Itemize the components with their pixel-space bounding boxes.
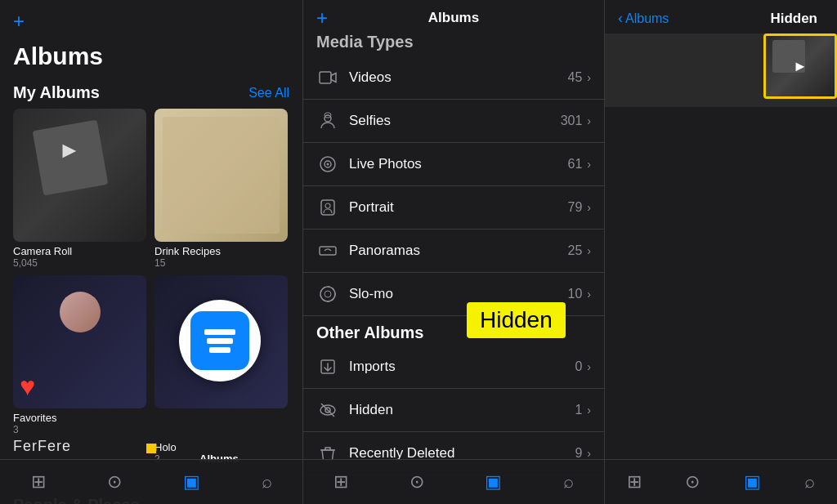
panel-title-middle: Albums — [428, 10, 479, 26]
chevron-live-photos: › — [587, 158, 591, 171]
menu-count-videos: 45 — [568, 70, 583, 85]
video-icon — [316, 66, 339, 89]
svg-point-7 — [325, 203, 330, 208]
album-thumb-favorites — [13, 275, 146, 408]
menu-label-videos: Videos — [349, 69, 568, 86]
chevron-videos: › — [587, 71, 591, 84]
album-item-favorites[interactable]: Favorites 3 — [13, 275, 148, 435]
menu-item-videos[interactable]: Videos 45 › — [303, 56, 604, 100]
album-label-drink-recipes: Drink Recipes — [154, 245, 289, 257]
menu-item-selfies[interactable]: Selfies 301 › — [303, 100, 604, 143]
slomo-icon — [316, 283, 339, 306]
chevron-panoramas: › — [587, 244, 591, 257]
page-title-left: Albums — [0, 39, 302, 78]
hidden-icon — [316, 399, 339, 421]
albums-line-3 — [209, 347, 231, 353]
middle-top-bar: + Albums — [303, 0, 604, 33]
tab-right-foryou[interactable]: ⊙ — [685, 471, 700, 493]
menu-label-slomo: Slo-mo — [349, 286, 568, 302]
album-count-favorites: 3 — [13, 424, 148, 435]
menu-label-live-photos: Live Photos — [349, 156, 568, 172]
tab-icon-library[interactable]: ⊞ — [31, 471, 46, 493]
brand-watermark: FerFere — [13, 438, 71, 455]
album-count-camera-roll: 5,045 — [13, 257, 148, 269]
selfie-icon — [316, 109, 339, 132]
add-button-left[interactable]: + — [13, 10, 25, 33]
menu-count-live-photos: 61 — [568, 157, 583, 172]
albums-line-1 — [204, 329, 235, 335]
menu-label-panoramas: Panoramas — [349, 243, 568, 259]
bottom-tabs-right: ⊞ ⊙ ▣ ⌕ — [605, 459, 837, 504]
portrait-icon — [316, 196, 339, 219]
menu-count-hidden: 1 — [575, 403, 582, 417]
tab-icon-search[interactable]: ⌕ — [262, 471, 272, 493]
back-button[interactable]: ‹ Albums — [618, 10, 669, 27]
my-albums-header: My Albums See All — [0, 78, 302, 109]
menu-label-portrait: Portrait — [349, 199, 568, 216]
tab-right-search[interactable]: ⌕ — [804, 471, 815, 493]
album-thumb-camera-roll — [13, 109, 146, 242]
tab-mid-albums[interactable]: ▣ — [485, 471, 502, 493]
tab-mid-foryou[interactable]: ⊙ — [410, 471, 424, 493]
my-albums-label: My Albums — [13, 83, 100, 102]
svg-point-1 — [325, 115, 331, 122]
menu-item-imports[interactable]: Imports 0 › — [303, 346, 604, 389]
menu-item-portrait[interactable]: Portrait 79 › — [303, 186, 604, 230]
chevron-recently-deleted: › — [587, 447, 591, 460]
menu-item-live-photos[interactable]: Live Photos 61 › — [303, 143, 604, 186]
tab-right-library[interactable]: ⊞ — [627, 471, 642, 493]
chevron-slomo: › — [587, 288, 591, 301]
bottom-tabs-middle: ⊞ ⊙ ▣ ⌕ — [303, 459, 604, 504]
menu-count-panoramas: 25 — [568, 243, 583, 258]
menu-count-imports: 0 — [575, 359, 582, 374]
bottom-tabs-left: ⊞ ⊙ ▣ ⌕ — [0, 459, 302, 504]
tab-icon-foryou[interactable]: ⊙ — [107, 471, 122, 493]
chevron-imports: › — [587, 360, 591, 373]
panoramas-icon — [316, 239, 339, 262]
album-item-drink-recipes[interactable]: Drink Recipes 15 — [154, 109, 289, 269]
tab-mid-search[interactable]: ⌕ — [563, 471, 574, 493]
see-all-button[interactable]: See All — [248, 86, 289, 100]
album-item-holo[interactable]: Holo 2 Albums — [154, 275, 289, 435]
featured-photo-border[interactable] — [763, 33, 837, 99]
tab-mid-library[interactable]: ⊞ — [333, 471, 348, 493]
menu-label-hidden: Hidden — [349, 402, 575, 418]
albums-line-2 — [207, 338, 233, 344]
albums-icon — [190, 311, 249, 370]
right-panel: ‹ Albums Hidden ⊞ ⊙ ▣ ⌕ — [605, 0, 837, 504]
svg-rect-6 — [321, 200, 334, 215]
album-item-camera-roll[interactable]: Camera Roll 5,045 — [13, 109, 148, 269]
add-button-middle[interactable]: + — [316, 7, 328, 29]
right-top-bar: ‹ Albums Hidden — [605, 0, 837, 33]
album-label-favorites: Favorites — [13, 412, 148, 424]
media-types-partial: Media Types — [303, 33, 604, 56]
chevron-hidden: › — [587, 404, 591, 417]
menu-item-hidden[interactable]: Hidden 1 › — [303, 389, 604, 432]
right-panel-title: Hidden — [770, 11, 817, 27]
albums-indicator-dot — [146, 444, 156, 453]
featured-photo — [766, 36, 835, 96]
right-photo-area — [605, 33, 837, 107]
album-count-drink-recipes: 15 — [154, 257, 289, 269]
album-label-holo: Holo — [154, 441, 177, 453]
back-label: Albums — [625, 11, 669, 26]
album-thumb-drink-recipes — [154, 109, 288, 242]
left-panel: + Albums My Albums See All Camera Roll 5… — [0, 0, 302, 504]
hidden-tooltip: Hidden — [467, 302, 566, 338]
back-chevron-icon: ‹ — [618, 10, 623, 27]
menu-item-panoramas[interactable]: Panoramas 25 › — [303, 230, 604, 273]
albums-fab-overlay — [179, 300, 261, 381]
other-albums-label: Other Albums — [316, 323, 424, 342]
tab-right-albums[interactable]: ▣ — [744, 471, 761, 493]
chevron-selfies: › — [587, 114, 591, 127]
menu-label-selfies: Selfies — [349, 113, 561, 129]
album-label-camera-roll: Camera Roll — [13, 245, 148, 257]
live-photos-icon — [316, 153, 339, 176]
menu-label-imports: Imports — [349, 359, 575, 375]
albums-grid: Camera Roll 5,045 Drink Recipes 15 Favor… — [0, 109, 302, 435]
menu-count-portrait: 79 — [568, 200, 583, 215]
chevron-portrait: › — [587, 201, 591, 214]
svg-rect-0 — [320, 72, 331, 83]
svg-rect-8 — [320, 247, 336, 255]
tab-icon-albums-active[interactable]: ▣ — [183, 471, 200, 493]
